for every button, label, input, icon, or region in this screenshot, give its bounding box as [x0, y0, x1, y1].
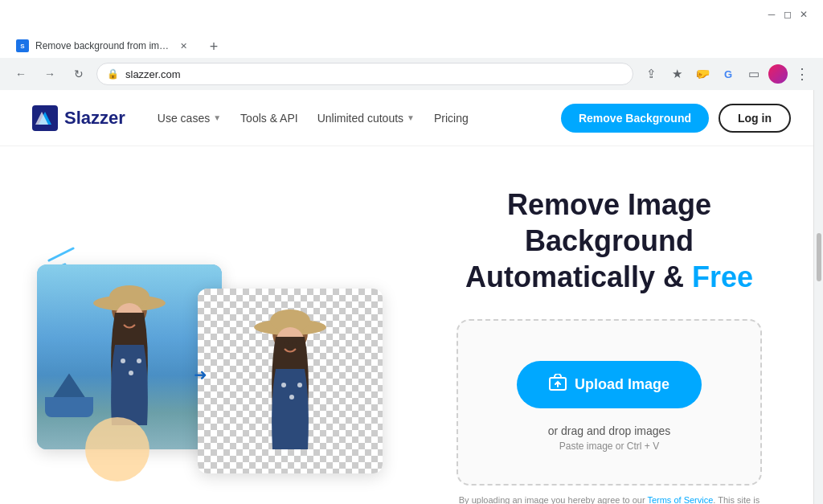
tab-close-button[interactable]: ✕: [177, 39, 190, 52]
minimize-button[interactable]: ─: [765, 8, 778, 21]
tab-title: Remove background from imag...: [35, 40, 170, 51]
avatar[interactable]: [768, 64, 788, 84]
person-in-result: [226, 305, 354, 473]
svg-text:S: S: [20, 43, 25, 50]
terms-of-service-link[interactable]: Terms of Service: [647, 495, 713, 504]
url-display: slazzer.com: [125, 68, 623, 80]
active-tab[interactable]: S Remove background from imag... ✕: [6, 34, 199, 58]
svg-point-21: [281, 383, 286, 387]
hero-demo: ➜: [32, 240, 395, 490]
svg-point-25: [292, 341, 297, 346]
toolbar-icons: ⇪ ★ 🤛 G ▭ ⋮: [640, 63, 813, 85]
svg-point-14: [137, 359, 141, 363]
new-tab-button[interactable]: +: [203, 35, 225, 58]
tab-bar: S Remove background from imag... ✕ +: [0, 29, 823, 58]
upload-image-button[interactable]: Upload Image: [517, 361, 702, 408]
svg-point-22: [289, 395, 294, 400]
chevron-down-icon: ▼: [213, 113, 221, 122]
scrollbar[interactable]: [813, 90, 823, 504]
extensions-icon[interactable]: 🤛: [691, 63, 714, 85]
share-icon[interactable]: ⇪: [640, 63, 662, 85]
arrow-icon: ➜: [194, 365, 207, 384]
login-button[interactable]: Log in: [719, 104, 791, 133]
website-content: Slazzer Use cases ▼ Tools & API Unlimite…: [0, 90, 823, 504]
hero-section: ➜: [0, 146, 823, 504]
logo-icon: [32, 105, 58, 131]
scrollbar-thumb[interactable]: [817, 233, 821, 281]
back-button[interactable]: ←: [10, 63, 32, 85]
lock-icon: 🔒: [107, 68, 119, 80]
demo-result-image: [198, 289, 383, 473]
decorative-circle: [85, 417, 149, 481]
paste-text: Paste image or Ctrl + V: [482, 440, 736, 452]
upload-dropzone[interactable]: Upload Image or drag and drop images Pas…: [457, 319, 762, 486]
svg-point-16: [131, 317, 136, 322]
nav-use-cases[interactable]: Use cases ▼: [158, 112, 221, 125]
menu-button[interactable]: ⋮: [791, 63, 813, 85]
nav-links: Use cases ▼ Tools & API Unlimited cutout…: [158, 112, 561, 125]
reload-button[interactable]: ↻: [68, 63, 90, 85]
browser-chrome: ─ ◻ ✕ S Remove background from imag... ✕…: [0, 0, 823, 90]
tab-search-icon[interactable]: ▭: [743, 63, 765, 85]
demo-wrapper: ➜: [37, 240, 391, 490]
logo[interactable]: Slazzer: [32, 105, 125, 131]
nav-tools-api[interactable]: Tools & API: [240, 112, 298, 125]
site-nav: Slazzer Use cases ▼ Tools & API Unlimite…: [0, 90, 823, 146]
maximize-button[interactable]: ◻: [781, 8, 794, 21]
upload-icon: [549, 374, 567, 395]
title-bar: ─ ◻ ✕: [0, 0, 823, 29]
svg-point-15: [123, 317, 128, 322]
svg-point-24: [284, 341, 289, 346]
svg-point-23: [297, 383, 302, 387]
bookmark-icon[interactable]: ★: [665, 63, 688, 85]
nav-pricing[interactable]: Pricing: [434, 112, 469, 125]
address-bar: ← → ↻ 🔒 slazzer.com ⇪ ★ 🤛 G ▭ ⋮: [0, 58, 823, 90]
svg-point-13: [129, 371, 133, 375]
address-input[interactable]: 🔒 slazzer.com: [96, 63, 633, 85]
remove-background-nav-button[interactable]: Remove Background: [561, 104, 709, 133]
drag-drop-text: or drag and drop images: [482, 424, 736, 437]
hero-upload-area: Remove Image Background Automatically & …: [428, 186, 791, 504]
hero-heading: Remove Image Background Automatically & …: [428, 186, 791, 295]
close-button[interactable]: ✕: [797, 8, 810, 21]
google-icon[interactable]: G: [717, 63, 739, 85]
logo-text: Slazzer: [64, 108, 125, 129]
nav-unlimited-cutouts[interactable]: Unlimited cutouts ▼: [317, 112, 415, 125]
forward-button[interactable]: →: [39, 63, 61, 85]
nav-actions: Remove Background Log in: [561, 104, 791, 133]
window-controls: ─ ◻ ✕: [765, 8, 810, 21]
svg-point-12: [121, 359, 125, 363]
tab-favicon: S: [16, 39, 29, 52]
chevron-down-icon-2: ▼: [407, 113, 415, 122]
footer-terms: By uploading an image you hereby agree t…: [428, 486, 791, 504]
svg-line-5: [49, 248, 73, 260]
